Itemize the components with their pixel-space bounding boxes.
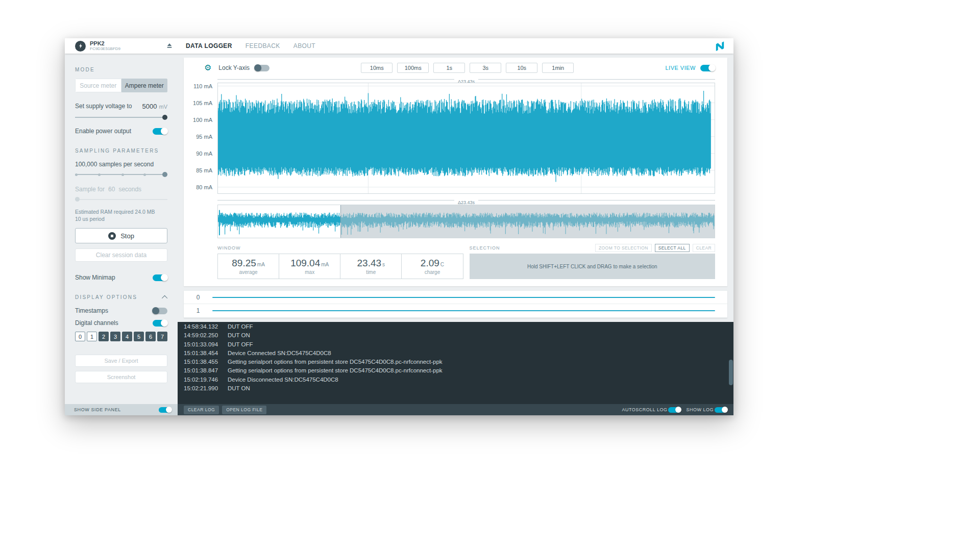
channel-toggle[interactable]: 6: [145, 332, 156, 341]
chart-settings-gear-icon[interactable]: ⚙: [204, 64, 211, 72]
log-timestamp: 15:02:19.746: [184, 375, 228, 384]
window-delta-label: Δ23.43s: [217, 76, 715, 83]
stop-button-label: Stop: [120, 232, 134, 240]
show-log-toggle[interactable]: [715, 407, 727, 413]
ram-required-note: Estimated RAM required 24.0 MB: [75, 209, 167, 215]
log-timestamp: 15:01:38.454: [184, 349, 228, 358]
app-header: PPK2 FC9D3E51BFD9 DATA LOGGER FEEDBACK A…: [65, 38, 733, 54]
log-timestamp: 15:02:21.990: [184, 384, 228, 393]
channel-toggle[interactable]: 2: [99, 332, 109, 341]
ampere-meter-button[interactable]: Ampere meter: [121, 79, 168, 92]
sample-rate-slider[interactable]: [75, 171, 167, 178]
eject-device-icon[interactable]: [165, 42, 174, 50]
channel-toggle[interactable]: 4: [122, 332, 132, 341]
log-entry: 15:02:19.746Device Disconnected SN:DC547…: [184, 375, 723, 384]
clear-log-button[interactable]: CLEAR LOG: [184, 406, 219, 414]
log-scrollbar[interactable]: [729, 360, 733, 385]
device-selector[interactable]: PPK2 FC9D3E51BFD9: [65, 41, 178, 52]
nav-tabs: DATA LOGGER FEEDBACK ABOUT: [178, 42, 714, 49]
time-range-button[interactable]: 10s: [506, 63, 537, 73]
open-log-file-button[interactable]: OPEN LOG FILE: [222, 406, 266, 414]
display-options-label: DISPLAY OPTIONS: [75, 294, 137, 300]
timestamps-label: Timestamps: [75, 307, 108, 314]
y-axis-tick-label: 100 mA: [193, 117, 212, 123]
autoscroll-log-toggle[interactable]: [668, 407, 681, 413]
time-range-button[interactable]: 100ms: [397, 63, 429, 73]
side-panel-footer: SHOW SIDE PANEL: [65, 404, 178, 415]
display-options-heading: DISPLAY OPTIONS: [75, 294, 167, 300]
selection-label: SELECTION: [470, 245, 500, 251]
log-timestamp: 15:01:38.847: [184, 366, 228, 375]
y-axis-tick-label: 110 mA: [193, 83, 212, 89]
timestamps-toggle[interactable]: [153, 308, 167, 314]
log-message: Getting serialport options from persiste…: [228, 359, 443, 365]
enable-power-toggle[interactable]: [153, 128, 167, 135]
source-meter-button[interactable]: Source meter: [75, 79, 121, 92]
minimap-delta-label: Δ23.43s: [217, 197, 715, 204]
screenshot-button[interactable]: Screenshot: [75, 371, 167, 383]
log-entry: 15:01:38.847Getting serialport options f…: [184, 366, 723, 375]
stat-value-row: 2.09C: [421, 258, 444, 269]
log-entry: 15:01:38.455Getting serialport options f…: [184, 358, 723, 366]
y-axis-labels: 110 mA105 mA100 mA95 mA90 mA85 mA80 mA: [189, 83, 217, 194]
show-minimap-label: Show Minimap: [75, 274, 115, 281]
time-range-button[interactable]: 1s: [433, 63, 465, 73]
log-message: DUT ON: [228, 332, 250, 338]
digital-channel-selector: 0 1 2 3 4 5 6 7: [75, 332, 167, 341]
lock-y-axis-label: Lock Y-axis: [218, 64, 250, 71]
log-entry: 15:02:21.990DUT ON: [184, 384, 723, 393]
sample-rate-label: 100,000 samples per second: [75, 161, 167, 168]
nav-tab[interactable]: ABOUT: [293, 42, 315, 49]
time-range-button[interactable]: 10ms: [361, 63, 393, 73]
log-message: Device Disconnected SN:DC5475C4D0C8: [228, 377, 338, 383]
y-axis-tick-label: 90 mA: [196, 151, 212, 157]
nav-tab[interactable]: FEEDBACK: [246, 42, 280, 49]
minimap[interactable]: [217, 205, 715, 238]
y-axis-tick-label: 95 mA: [196, 134, 212, 140]
current-chart[interactable]: [217, 83, 715, 194]
live-view-toggle[interactable]: [700, 65, 715, 71]
digital-signal-line: [212, 297, 715, 298]
y-axis-tick-label: 85 mA: [196, 167, 212, 173]
log-footer: CLEAR LOG OPEN LOG FILE AUTOSCROLL LOG S…: [178, 404, 733, 415]
enable-power-label: Enable power output: [75, 128, 131, 135]
stat-value-row: 23.43s: [357, 258, 385, 269]
current-chart-svg: [217, 83, 715, 194]
log-message: DUT OFF: [228, 341, 253, 347]
channel-toggle[interactable]: 3: [110, 332, 120, 341]
nordic-logo: [714, 40, 733, 53]
time-range-button[interactable]: 3s: [470, 63, 501, 73]
supply-voltage-value[interactable]: 5000: [142, 103, 157, 110]
stat-cell: 23.43s time: [340, 254, 401, 279]
show-minimap-toggle[interactable]: [153, 274, 167, 281]
log-timestamp: 14:58:34.132: [184, 322, 228, 331]
nav-tab[interactable]: DATA LOGGER: [186, 42, 232, 49]
selection-stats-box: Hold SHIFT+LEFT CLICK and DRAG to make a…: [470, 254, 716, 279]
selection-action-button[interactable]: CLEAR: [693, 244, 715, 252]
selection-action-button[interactable]: ZOOM TO SELECTION: [595, 244, 652, 252]
stop-button[interactable]: Stop: [75, 228, 167, 243]
channel-toggle[interactable]: 1: [87, 332, 97, 341]
slider-handle[interactable]: [162, 172, 167, 177]
clear-session-button[interactable]: Clear session data: [75, 248, 167, 262]
digital-channels-toggle[interactable]: [153, 320, 167, 327]
y-axis-tick-label: 80 mA: [196, 184, 212, 190]
log-entry: 15:01:38.454Device Connected SN:DC5475C4…: [184, 349, 723, 358]
y-axis-tick-label: 105 mA: [193, 100, 212, 106]
channel-toggle[interactable]: 0: [75, 332, 85, 341]
save-export-button[interactable]: Save / Export: [75, 355, 167, 367]
show-log-control: SHOW LOG: [686, 407, 727, 413]
log-timestamp: 14:59:02.250: [184, 331, 228, 340]
minimap-selection-overlay[interactable]: [340, 205, 715, 238]
channel-toggle[interactable]: 5: [134, 332, 144, 341]
stat-value-row: 109.04mA: [290, 258, 329, 269]
channel-toggle[interactable]: 7: [157, 332, 167, 341]
selection-action-button[interactable]: SELECT ALL: [655, 244, 690, 252]
time-range-button[interactable]: 1min: [542, 63, 574, 73]
supply-voltage-slider[interactable]: [75, 114, 167, 120]
slider-handle[interactable]: [162, 115, 167, 120]
show-side-panel-toggle[interactable]: [159, 407, 172, 413]
lock-y-axis-toggle[interactable]: [255, 65, 270, 71]
collapse-chevron-icon[interactable]: [162, 295, 167, 300]
log-message: DUT OFF: [228, 323, 253, 330]
